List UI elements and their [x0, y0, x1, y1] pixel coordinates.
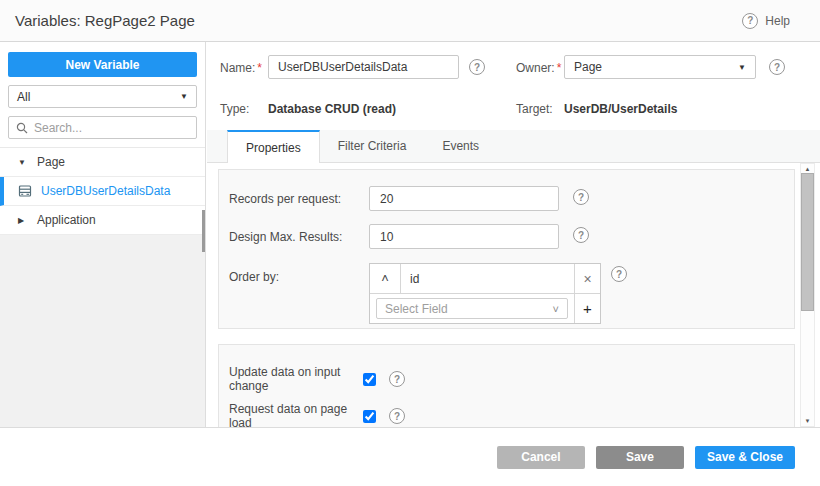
variables-dialog: Variables: RegPage2 Page ? Help New Vari… [0, 0, 820, 486]
tree-node-application[interactable]: ▶ Application [0, 206, 205, 235]
save-and-close-button[interactable]: Save & Close [695, 446, 795, 469]
dialog-footer: Cancel Save Save & Close [0, 427, 820, 486]
tab-properties[interactable]: Properties [227, 130, 320, 163]
update-on-input-label: Update data on input change [229, 365, 363, 393]
sort-asc-icon: ˄ [381, 271, 389, 286]
sidebar-scrollbar-thumb[interactable] [202, 210, 205, 252]
plus-icon: + [583, 300, 592, 317]
search-input[interactable] [34, 121, 189, 135]
order-by-row: ˄ id × [370, 264, 600, 293]
tab-events[interactable]: Events [424, 130, 497, 162]
caret-expanded-icon: ▼ [18, 158, 28, 167]
required-marker: * [557, 61, 562, 75]
variable-tree: ▼ Page UserDBUserDetailsData ▶ Applicati… [0, 147, 205, 235]
new-variable-button[interactable]: New Variable [8, 52, 197, 77]
search-icon [16, 122, 28, 134]
order-by-field-value: id [401, 264, 574, 293]
order-by-label: Order by: [229, 270, 279, 284]
owner-label: Owner:* [516, 61, 561, 75]
max-results-help-icon[interactable]: ? [573, 227, 589, 243]
scroll-up-arrow[interactable]: ▲ [801, 166, 814, 172]
owner-select[interactable]: Page ▼ [564, 55, 756, 79]
variable-detail-panel: Name:* ? Owner:* Page ▼ ? Type: Database… [207, 42, 820, 427]
design-max-results-input[interactable] [369, 224, 559, 249]
page-title: Variables: RegPage2 Page [15, 12, 195, 29]
scrollbar-thumb[interactable] [801, 173, 814, 311]
records-help-icon[interactable]: ? [573, 189, 589, 205]
owner-value: Page [574, 60, 602, 74]
type-value: Database CRUD (read) [268, 102, 396, 116]
request-on-load-help-icon[interactable]: ? [389, 408, 405, 424]
update-on-input-row: Update data on input change ? [229, 365, 405, 393]
target-label: Target: [516, 102, 553, 116]
records-per-request-label: Records per request: [229, 192, 341, 206]
properties-tab-content: Records per request: ? Design Max. Resul… [207, 163, 820, 427]
caret-down-icon: ▼ [180, 92, 188, 101]
update-on-input-checkbox[interactable] [363, 373, 376, 386]
variable-filter-select[interactable]: All ▼ [8, 85, 197, 108]
tree-node-variable[interactable]: UserDBUserDetailsData [0, 177, 205, 206]
name-input[interactable] [268, 55, 459, 79]
sidebar-controls: New Variable All ▼ [0, 42, 205, 147]
data-settings-group: Records per request: ? Design Max. Resul… [218, 169, 795, 329]
order-by-help-icon[interactable]: ? [611, 266, 627, 282]
help-label: Help [765, 14, 790, 28]
save-button[interactable]: Save [596, 446, 684, 469]
help-icon: ? [742, 13, 758, 29]
order-by-editor: ˄ id × Select Field ˅ + [369, 263, 601, 324]
name-label: Name:* [220, 61, 262, 75]
request-on-load-checkbox[interactable] [363, 410, 376, 423]
tree-node-page[interactable]: ▼ Page [0, 148, 205, 177]
update-on-input-help-icon[interactable]: ? [389, 371, 405, 387]
sidebar-empty-area [0, 235, 205, 427]
caret-collapsed-icon: ▶ [18, 216, 28, 225]
name-help-icon[interactable]: ? [469, 59, 485, 75]
caret-down-icon: ▼ [738, 63, 746, 72]
required-marker: * [257, 61, 262, 75]
chevron-down-icon: ˅ [553, 303, 559, 315]
tab-bar: Properties Filter Criteria Events [207, 130, 820, 163]
sort-direction-button[interactable]: ˄ [370, 264, 401, 293]
content-scrollbar[interactable]: ▲ ▼ [800, 163, 815, 427]
type-label: Type: [220, 102, 249, 116]
cancel-button[interactable]: Cancel [497, 446, 585, 469]
request-on-load-label: Request data on page load [229, 402, 363, 427]
tab-filter-criteria[interactable]: Filter Criteria [320, 130, 425, 162]
database-variable-icon [18, 184, 32, 198]
tree-node-label: UserDBUserDetailsData [41, 184, 170, 198]
add-order-field-button[interactable]: + [574, 294, 600, 323]
select-field-dropdown[interactable]: Select Field ˅ [376, 298, 568, 319]
scroll-down-arrow[interactable]: ▼ [801, 418, 814, 424]
add-order-field-row: Select Field ˅ + [370, 293, 600, 323]
behavior-settings-group: Update data on input change ? Request da… [218, 344, 795, 427]
tree-node-label: Page [37, 155, 65, 169]
variable-filter-value: All [17, 90, 30, 104]
records-per-request-input[interactable] [369, 186, 559, 211]
target-value: UserDB/UserDetails [564, 102, 677, 116]
dialog-header: Variables: RegPage2 Page ? Help [0, 0, 820, 42]
design-max-results-label: Design Max. Results: [229, 230, 342, 244]
owner-help-icon[interactable]: ? [769, 59, 785, 75]
variables-sidebar: New Variable All ▼ ▼ Page [0, 42, 206, 427]
variable-header-form: Name:* ? Owner:* Page ▼ ? Type: Database… [207, 42, 820, 130]
help-button[interactable]: ? Help [742, 13, 790, 29]
request-on-load-row: Request data on page load ? [229, 402, 405, 427]
variable-search[interactable] [8, 116, 197, 139]
close-icon: × [583, 271, 591, 287]
tree-node-label: Application [37, 213, 96, 227]
remove-order-field-button[interactable]: × [574, 264, 600, 293]
select-field-placeholder: Select Field [385, 302, 448, 316]
